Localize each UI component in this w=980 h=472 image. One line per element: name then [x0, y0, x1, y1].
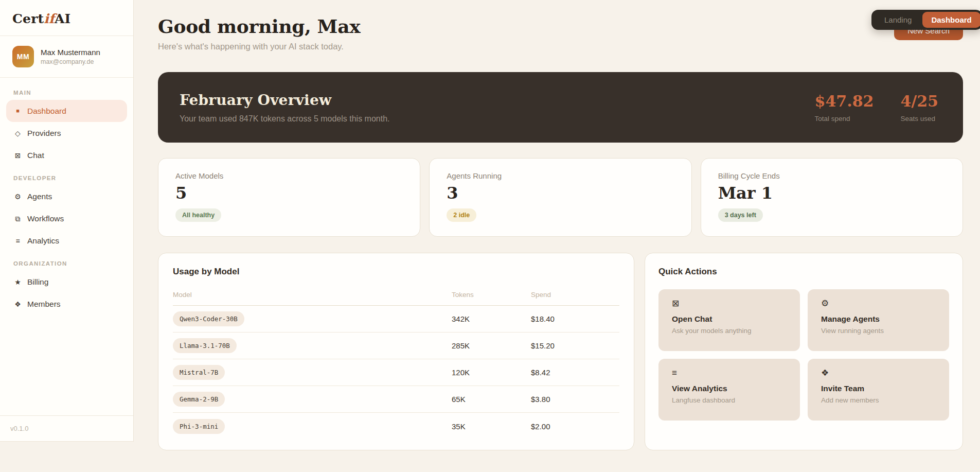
model-name-pill: Phi-3-mini — [173, 419, 225, 434]
logo-text-accent: if — [44, 11, 55, 26]
sidebar-item-agents[interactable]: ⚙ Agents — [6, 185, 127, 207]
user-meta: Max Mustermann max@company.de — [41, 48, 100, 65]
nav-section-organization: ORGANIZATION — [13, 260, 120, 267]
model-name-pill: Mistral-7B — [173, 365, 225, 380]
overview-text: February Overview Your team used 847K to… — [180, 92, 390, 124]
sidebar-item-label: Agents — [27, 192, 52, 201]
stat-card-billing-cycle: Billing Cycle Ends Mar 1 3 days left — [701, 158, 963, 237]
diamonds-icon: ❖ — [13, 301, 22, 308]
stat-value: 3 — [447, 183, 674, 203]
sidebar-item-members[interactable]: ❖ Members — [6, 293, 127, 315]
overview-stats: $47.82 Total spend 4/25 Seats used — [815, 92, 938, 123]
usage-table-header: Model Tokens Spend — [173, 291, 619, 306]
status-badge: 2 idle — [447, 208, 476, 222]
view-toggle: Landing Dashboard — [871, 10, 980, 30]
stat-label: Billing Cycle Ends — [718, 171, 946, 180]
seats-used-label: Seats used — [900, 115, 938, 123]
sidebar-item-chat[interactable]: ⊠ Chat — [6, 144, 127, 166]
table-row: Gemma-2-9B 65K $3.80 — [173, 386, 619, 413]
quick-action-title: Open Chat — [672, 314, 787, 324]
sidebar-item-workflows[interactable]: ⧉ Workflows — [6, 207, 127, 230]
quick-actions-card: Quick Actions ⊠ Open Chat Ask your model… — [645, 253, 963, 450]
app-version: v0.1.0 — [0, 415, 133, 441]
quick-actions-title: Quick Actions — [658, 267, 949, 277]
usage-table-title: Usage by Model — [173, 267, 619, 277]
total-spend-stat: $47.82 Total spend — [815, 92, 874, 123]
gear-icon: ⚙ — [821, 299, 936, 308]
tokens-cell: 285K — [452, 341, 531, 350]
table-row: Llama-3.1-70B 285K $15.20 — [173, 333, 619, 359]
model-name-pill: Llama-3.1-70B — [173, 338, 237, 353]
sidebar-item-dashboard[interactable]: ■ Dashboard — [6, 100, 127, 122]
logo-text-prefix: Cert — [12, 11, 44, 26]
quick-action-subtitle: View running agents — [821, 327, 936, 335]
diamond-icon: ◇ — [13, 130, 22, 137]
star-icon: ★ — [13, 278, 22, 286]
dashboard-icon: ■ — [13, 108, 22, 114]
sidebar-item-label: Workflows — [27, 214, 64, 223]
column-header-tokens: Tokens — [452, 291, 531, 299]
lines-icon: ≡ — [672, 369, 787, 377]
spend-cell: $2.00 — [531, 422, 619, 431]
sidebar: CertifAI MM Max Mustermann max@company.d… — [0, 0, 134, 442]
sidebar-item-billing[interactable]: ★ Billing — [6, 271, 127, 293]
spend-cell: $3.80 — [531, 395, 619, 404]
stat-label: Active Models — [175, 171, 403, 180]
gear-icon: ⚙ — [13, 193, 22, 200]
stat-value: 5 — [175, 183, 403, 203]
status-badge: All healthy — [175, 208, 221, 222]
total-spend-label: Total spend — [815, 115, 874, 123]
quick-action-title: View Analytics — [672, 384, 787, 393]
quick-action-open-chat[interactable]: ⊠ Open Chat Ask your models anything — [658, 289, 800, 351]
envelope-icon: ⊠ — [13, 152, 22, 159]
spend-cell: $18.40 — [531, 314, 619, 323]
quick-action-invite-team[interactable]: ❖ Invite Team Add new members — [808, 359, 949, 421]
tokens-cell: 342K — [452, 314, 531, 323]
quick-action-subtitle: Add new members — [821, 396, 936, 404]
page-title: Good morning, Max — [158, 15, 360, 37]
table-row: Qwen3-Coder-30B 342K $18.40 — [173, 306, 619, 333]
toggle-option-landing[interactable]: Landing — [874, 12, 922, 28]
nav-section-main: MAIN — [13, 90, 120, 96]
envelope-icon: ⊠ — [672, 299, 787, 308]
sidebar-item-analytics[interactable]: ≡ Analytics — [6, 230, 127, 252]
stat-card-agents-running: Agents Running 3 2 idle — [429, 158, 691, 237]
tokens-cell: 120K — [452, 368, 531, 377]
stat-card-active-models: Active Models 5 All healthy — [158, 158, 420, 237]
stat-value: Mar 1 — [718, 183, 946, 203]
overview-subtitle: Your team used 847K tokens across 5 mode… — [180, 114, 390, 124]
model-name-pill: Qwen3-Coder-30B — [173, 311, 244, 326]
spend-cell: $8.42 — [531, 368, 619, 377]
sidebar-item-label: Members — [27, 300, 61, 309]
sidebar-item-providers[interactable]: ◇ Providers — [6, 122, 127, 144]
model-name-pill: Gemma-2-9B — [173, 392, 225, 407]
overview-title: February Overview — [180, 92, 390, 109]
quick-action-subtitle: Ask your models anything — [672, 327, 787, 335]
avatar: MM — [12, 46, 34, 67]
column-header-model: Model — [173, 291, 452, 299]
tokens-cell: 35K — [452, 422, 531, 431]
page-subtitle: Here's what's happening with your AI sta… — [158, 42, 344, 51]
sidebar-item-label: Providers — [27, 129, 61, 138]
logo-text-suffix: AI — [55, 11, 71, 26]
lines-icon: ≡ — [13, 237, 22, 244]
sidebar-item-label: Analytics — [27, 236, 59, 246]
quick-action-manage-agents[interactable]: ⚙ Manage Agents View running agents — [808, 289, 949, 351]
sidebar-item-label: Billing — [27, 277, 48, 287]
quick-action-view-analytics[interactable]: ≡ View Analytics Langfuse dashboard — [658, 359, 800, 421]
total-spend-value: $47.82 — [815, 92, 874, 110]
table-row: Mistral-7B 120K $8.42 — [173, 359, 619, 386]
tokens-cell: 65K — [452, 395, 531, 404]
quick-action-title: Invite Team — [821, 384, 936, 393]
user-profile[interactable]: MM Max Mustermann max@company.de — [0, 36, 133, 78]
spend-cell: $15.20 — [531, 341, 619, 350]
nav-section-developer: DEVELOPER — [13, 175, 120, 181]
toggle-option-dashboard[interactable]: Dashboard — [922, 12, 980, 28]
column-header-spend: Spend — [531, 291, 619, 299]
overview-card: February Overview Your team used 847K to… — [158, 72, 963, 143]
user-email: max@company.de — [41, 58, 100, 65]
user-name: Max Mustermann — [41, 48, 100, 57]
overlap-squares-icon: ⧉ — [13, 215, 22, 222]
sidebar-nav: MAIN ■ Dashboard ◇ Providers ⊠ Chat DEVE… — [0, 78, 133, 415]
seats-used-stat: 4/25 Seats used — [900, 92, 938, 123]
